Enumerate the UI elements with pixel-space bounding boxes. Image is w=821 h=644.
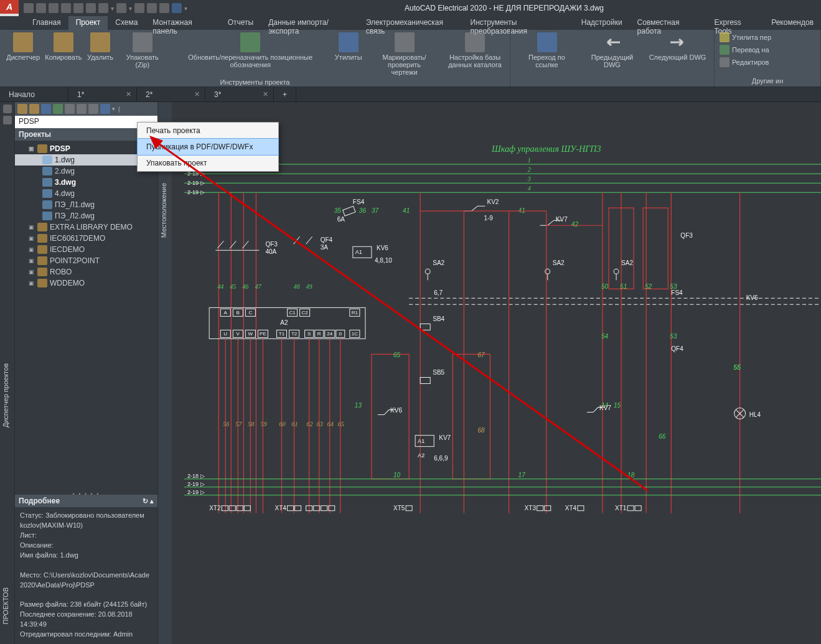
- project-path[interactable]: PDSP: [15, 116, 157, 128]
- next-dwg-button[interactable]: Следующий DWG: [645, 31, 710, 62]
- ribbon-tab-schema[interactable]: Схема: [108, 16, 145, 30]
- ribbon-tab-recommend[interactable]: Рекомендов: [764, 16, 821, 30]
- tb-c-icon[interactable]: [88, 104, 98, 114]
- pin-icon[interactable]: [3, 116, 12, 124]
- copy-button[interactable]: Копировать: [42, 31, 84, 62]
- svg-text:B: B: [237, 310, 240, 315]
- svg-text:C2: C2: [301, 310, 308, 315]
- tree-project[interactable]: ▣WDDEMO: [15, 278, 157, 289]
- qat-prev-icon[interactable]: [147, 3, 157, 13]
- delete-button[interactable]: Удалить: [84, 31, 116, 62]
- tb-sync-icon[interactable]: [53, 104, 63, 114]
- ribbon-tab-project[interactable]: Проект: [68, 16, 108, 30]
- qat-share-icon[interactable]: [86, 3, 96, 13]
- ribbon-tab-emech[interactable]: Электромеханическая связь: [359, 16, 463, 30]
- tree-project-root[interactable]: ▣PDSP: [15, 143, 157, 154]
- drawing-canvas[interactable]: Местоположение Шкаф управления ШУ-НГП3 1…: [158, 102, 821, 644]
- svg-rect-161: [222, 506, 228, 511]
- svg-text:3: 3: [527, 175, 531, 182]
- projects-header: Проекты ▴: [15, 128, 157, 141]
- svg-text:KV6: KV6: [377, 245, 388, 251]
- ribbon-tab-express[interactable]: Express Tools: [706, 16, 764, 30]
- ribbon-tab-addins[interactable]: Надстройки: [574, 16, 630, 30]
- tree-project[interactable]: ▣POINT2POINT: [15, 255, 157, 266]
- pin-icon[interactable]: [3, 105, 12, 113]
- tb-print-icon[interactable]: [100, 104, 110, 114]
- tree-file[interactable]: 2.dwg: [15, 166, 157, 177]
- project-manager-tab[interactable]: Диспетчер проектов: [2, 363, 9, 427]
- svg-text:4,8,10: 4,8,10: [375, 257, 392, 264]
- qat-new-icon[interactable]: [24, 3, 34, 13]
- dispatcher-button[interactable]: Диспетчер: [4, 31, 42, 62]
- tb-b-icon[interactable]: [77, 104, 87, 114]
- close-icon[interactable]: ✕: [194, 90, 200, 98]
- qat-open-icon[interactable]: [36, 3, 46, 13]
- tree-project[interactable]: ▣EXTRA LIBRARY DEMO: [15, 222, 157, 233]
- svg-text:4: 4: [528, 185, 531, 192]
- project-tree[interactable]: ▣PDSP 1.dwg 2.dwg 3.dwg 4.dwg ПЭ_Л1.dwg …: [15, 141, 157, 491]
- qat-plot-icon[interactable]: [134, 3, 144, 13]
- tb-refresh-icon[interactable]: [41, 104, 51, 114]
- renumber-button[interactable]: Обновить/переназначить позиционные обозн…: [169, 31, 332, 70]
- menu-publish-pdf[interactable]: Публикация в PDF/DWF/DWFx: [137, 138, 279, 156]
- tree-label: 2.dwg: [55, 167, 75, 175]
- qat-redo-icon[interactable]: [116, 3, 126, 13]
- tree-file[interactable]: ПЭ_Л1.dwg: [15, 199, 157, 210]
- tree-file[interactable]: 1.dwg: [15, 154, 157, 166]
- translate-button[interactable]: Перевод на: [717, 44, 772, 56]
- svg-text:54: 54: [601, 333, 609, 340]
- ribbon-tab-reports[interactable]: Отчеты: [220, 16, 261, 30]
- ribbon-tab-home[interactable]: Главная: [25, 16, 68, 30]
- tree-file[interactable]: 4.dwg: [15, 188, 157, 199]
- qat-surf-icon[interactable]: [172, 3, 182, 13]
- doctab-3[interactable]: 3*✕: [205, 87, 274, 101]
- svg-point-117: [614, 269, 619, 274]
- tree-project[interactable]: ▣IECDEMO: [15, 244, 157, 255]
- tree-project[interactable]: ▣IEC60617DEMO: [15, 233, 157, 244]
- tb-new-icon[interactable]: [17, 104, 27, 114]
- close-icon[interactable]: ✕: [263, 90, 268, 98]
- svg-text:57: 57: [235, 421, 242, 427]
- refresh-icon[interactable]: ↻ ▴: [143, 497, 154, 505]
- projects-tab[interactable]: ПРОЕКТОВ: [2, 587, 9, 624]
- ribbon-panel: Диспетчер Копировать Удалить Упаковать (…: [0, 30, 821, 87]
- qat-saveas-icon[interactable]: [61, 3, 71, 13]
- tb-a-icon[interactable]: [65, 104, 75, 114]
- prev-dwg-button[interactable]: Предыдущий DWG: [579, 31, 645, 70]
- svg-text:QF4: QF4: [671, 345, 683, 352]
- ribbon-tab-importexport[interactable]: Данные импорта/экспорта: [261, 16, 359, 30]
- svg-text:0: 0: [339, 331, 342, 337]
- tree-project[interactable]: ▣ROBO: [15, 266, 157, 278]
- svg-text:QF4: QF4: [321, 236, 333, 243]
- utilities-button[interactable]: Утилиты: [332, 31, 365, 62]
- doctab-start[interactable]: Начало: [0, 87, 68, 101]
- tree-file[interactable]: ПЭ_Л2.dwg: [15, 210, 157, 222]
- doctab-1[interactable]: 1*✕: [68, 87, 137, 101]
- zip-button[interactable]: Упаковать (Zip): [116, 31, 169, 70]
- qat-undo-icon[interactable]: [98, 3, 108, 13]
- catalog-button[interactable]: Настройка базы данных каталога: [444, 31, 506, 70]
- qat-save-icon[interactable]: [49, 3, 59, 13]
- utility-per-button[interactable]: Утилита пер: [717, 31, 774, 44]
- ribbon-tab-convert[interactable]: Инструменты преобразования: [463, 16, 574, 30]
- ribbon-tab-panel[interactable]: Монтажная панель: [145, 16, 220, 30]
- mark-button[interactable]: Маркировать/проверить чертежи: [365, 31, 444, 77]
- menu-print-project[interactable]: Печать проекта: [138, 123, 278, 139]
- qat-next-icon[interactable]: [159, 3, 169, 13]
- edit-button[interactable]: Редактиров: [717, 56, 771, 68]
- ribbon-tab-collab[interactable]: Совместная работа: [630, 16, 707, 30]
- svg-text:KV6: KV6: [746, 294, 758, 301]
- doctab-2[interactable]: 2*✕: [137, 87, 205, 101]
- svg-text:13: 13: [355, 402, 362, 409]
- doctab-add[interactable]: +: [274, 87, 296, 101]
- menu-pack-project[interactable]: Упаковать проект: [138, 155, 278, 171]
- tree-file[interactable]: 3.dwg: [15, 177, 157, 188]
- golink-button[interactable]: Переход по ссылке: [514, 31, 579, 70]
- qat-print-icon[interactable]: [73, 3, 83, 13]
- svg-text:2-19 ▷: 2-19 ▷: [187, 489, 205, 495]
- tb-open-icon[interactable]: [29, 104, 39, 114]
- svg-text:53: 53: [670, 333, 677, 340]
- close-icon[interactable]: ✕: [126, 90, 131, 98]
- svg-text:SA2: SA2: [621, 259, 633, 266]
- svg-text:PE: PE: [260, 331, 266, 337]
